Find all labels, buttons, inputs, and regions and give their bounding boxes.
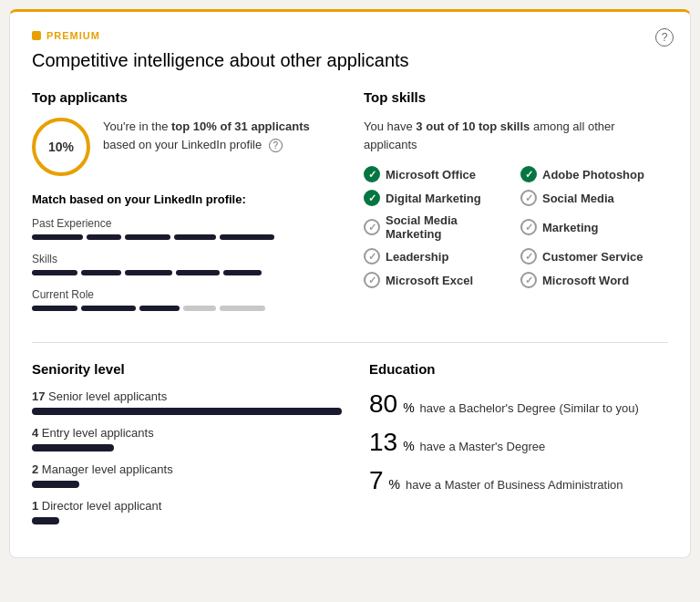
skill-name: Customer Service [542,250,643,264]
bar-segment [174,234,216,240]
bar-segment [125,234,170,240]
bar-segment [125,270,172,275]
skill-check-outline-icon: ✓ [364,248,380,265]
skill-item: ✓Microsoft Excel [364,272,511,288]
skill-name: Microsoft Word [542,274,629,287]
skill-name: Leadership [386,250,448,264]
section-divider [32,342,668,343]
bar-label: Past Experience [32,217,336,230]
skill-item: ✓Social Media [520,190,668,206]
skill-item: ✓Social Media Marketing [364,213,511,241]
skill-check-outline-icon: ✓ [364,272,380,288]
edu-pct-symbol: % [389,477,400,492]
bar-segment [183,306,216,311]
bar-segment [32,270,77,275]
bar-segment [220,234,274,240]
bar-segment [139,306,180,311]
main-card: ? PREMIUM Competitive intelligence about… [9,9,691,558]
top-skills-section: Top skills You have 3 out of 10 top skil… [364,89,668,324]
premium-dot [32,31,41,40]
seniority-section: Seniority level 17 Senior level applican… [32,361,342,535]
bar-row [32,270,336,275]
education-rows: 80%have a Bachelor's Degree (Similar to … [369,389,668,495]
seniority-row: 17 Senior level applicants [32,389,342,415]
edu-percentage-big: 80 [369,389,397,419]
seniority-label: 2 Manager level applicants [32,462,342,476]
skill-check-outline-icon: ✓ [520,219,537,235]
bar-groups: Past ExperienceSkillsCurrent Role [32,217,336,311]
bottom-two-col: Seniority level 17 Senior level applican… [32,361,668,535]
bar-group: Current Role [32,288,336,311]
skill-item: ✓Microsoft Word [520,272,668,288]
bar-segment [32,234,83,240]
skill-name: Marketing [542,221,598,234]
applicant-help-icon[interactable]: ? [269,139,283,152]
skill-item: ✓Microsoft Office [364,166,511,182]
seniority-label: 4 Entry level applicants [32,426,342,440]
skill-name: Social Media [542,192,614,205]
bar-row [32,234,336,240]
edu-pct-symbol: % [403,400,414,415]
skills-grid: ✓Microsoft Office✓Adobe Photoshop✓Digita… [364,166,668,288]
premium-badge: PREMIUM [32,30,668,41]
seniority-bar [32,408,342,415]
skill-check-filled-icon: ✓ [364,166,380,182]
skill-item: ✓Customer Service [520,248,668,265]
bar-segment [176,270,220,275]
seniority-title: Seniority level [32,361,342,377]
edu-pct-symbol: % [403,439,414,453]
bar-segment [223,270,262,275]
skill-item: ✓Leadership [364,248,511,265]
two-col-layout: Top applicants 10% You're in the top 10%… [32,89,668,324]
seniority-row: 4 Entry level applicants [32,426,342,452]
main-title: Competitive intelligence about other app… [32,50,668,71]
edu-percentage-big: 7 [369,466,384,495]
skill-name: Social Media Marketing [386,213,511,241]
skill-check-outline-icon: ✓ [520,190,537,206]
skill-name: Microsoft Excel [386,274,473,287]
seniority-row: 2 Manager level applicants [32,462,342,488]
skill-item: ✓Digital Marketing [364,190,511,206]
education-row: 80%have a Bachelor's Degree (Similar to … [369,389,668,419]
skill-name: Microsoft Office [386,168,476,182]
applicant-top-row: 10% You're in the top 10% of 31 applican… [32,118,336,176]
skill-check-outline-icon: ✓ [520,272,537,288]
top-applicants-section: Top applicants 10% You're in the top 10%… [32,89,336,324]
help-icon[interactable]: ? [655,28,674,47]
seniority-bar [32,517,59,524]
seniority-bar [32,481,79,488]
seniority-rows: 17 Senior level applicants4 Entry level … [32,389,342,524]
premium-label: PREMIUM [46,30,100,41]
skills-intro: You have 3 out of 10 top skills among al… [364,118,668,153]
percentile-circle: 10% [32,118,90,176]
edu-percentage-big: 13 [369,428,397,457]
skill-item: ✓Adobe Photoshop [520,166,668,182]
bar-segment [87,234,121,240]
edu-label: have a Bachelor's Degree (Similar to you… [420,401,639,415]
edu-label: have a Master's Degree [420,440,546,453]
skill-check-filled-icon: ✓ [520,166,537,182]
edu-label: have a Master of Business Administration [406,478,623,492]
bar-segment [81,270,121,275]
seniority-bar [32,444,114,452]
skill-check-outline-icon: ✓ [520,248,537,265]
bar-row [32,306,336,311]
bar-group: Skills [32,253,336,275]
bar-label: Skills [32,253,336,265]
education-row: 13%have a Master's Degree [369,428,668,457]
applicant-description: You're in the top 10% of 31 applicants b… [103,118,336,153]
bar-label: Current Role [32,288,336,301]
match-title: Match based on your LinkedIn profile: [32,192,336,206]
skill-check-filled-icon: ✓ [364,190,380,206]
skill-name: Adobe Photoshop [542,168,644,182]
bar-segment [81,306,136,311]
education-row: 7%have a Master of Business Administrati… [369,466,668,495]
bar-group: Past Experience [32,217,336,240]
bar-segment [32,306,77,311]
skill-check-outline-icon: ✓ [364,219,380,235]
education-section: Education 80%have a Bachelor's Degree (S… [369,361,668,535]
seniority-row: 1 Director level applicant [32,499,342,524]
skill-item: ✓Marketing [520,213,668,241]
top-applicants-title: Top applicants [32,89,336,105]
skill-name: Digital Marketing [386,192,481,205]
